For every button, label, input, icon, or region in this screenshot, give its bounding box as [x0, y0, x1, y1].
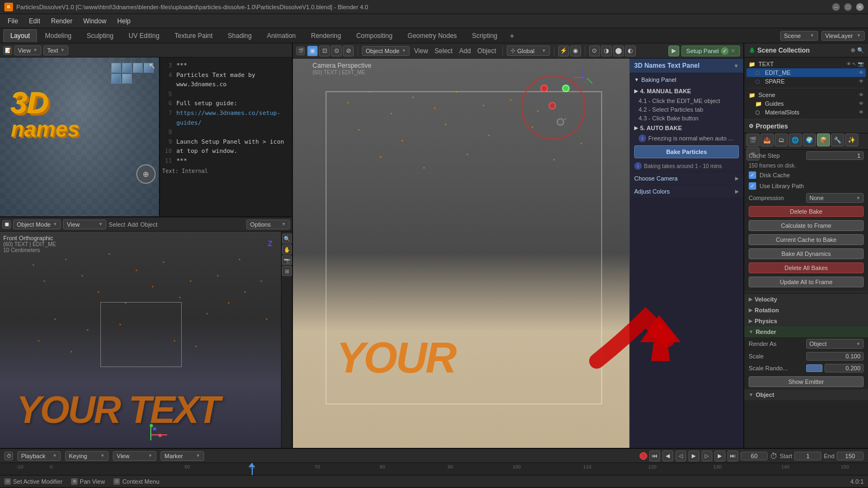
next-frame-btn[interactable]: ▶	[714, 451, 725, 461]
next-keyframe-btn[interactable]: ▷	[701, 451, 712, 461]
rotation-section-header[interactable]: ▶ Rotation	[744, 305, 868, 316]
delete-all-bakes-btn[interactable]: Delete All Bakes	[749, 262, 864, 273]
panel-collapse-icon[interactable]: ▼	[733, 63, 739, 69]
handle-gray[interactable]	[557, 118, 564, 126]
zoom-in[interactable]: 🔍	[282, 234, 292, 243]
bake-all-btn[interactable]: Bake All Dynamics	[749, 248, 864, 259]
keying-dropdown[interactable]: Keying ▼	[65, 451, 108, 461]
workspace-rendering[interactable]: Rendering	[304, 29, 348, 42]
handle-green[interactable]	[562, 85, 570, 92]
outliner-item-guides[interactable]: 📁 Guides 👁	[746, 99, 866, 108]
lower-object-btn[interactable]: Object	[140, 221, 157, 228]
lower-add-btn[interactable]: Add	[127, 221, 138, 228]
view-dropdown[interactable]: View▼	[14, 46, 41, 55]
gizmo-z-handle[interactable]	[153, 427, 156, 431]
play-btn[interactable]: ▶	[688, 451, 699, 461]
scale-value[interactable]: 0.100	[806, 352, 864, 361]
timeline-type-icon[interactable]: ⏱	[4, 452, 13, 460]
viewport-icon3[interactable]: ⊙	[331, 46, 342, 56]
viewport-navigation[interactable]: ⊕	[136, 164, 156, 184]
viewport-icon[interactable]: ▣	[307, 46, 318, 56]
manual-bake-header[interactable]: ▶ 4. MANUAL BAKE	[630, 86, 743, 97]
close-button[interactable]: ✕	[856, 3, 864, 11]
prev-frame-btn[interactable]: ◀	[662, 451, 673, 461]
viewlayer-select[interactable]: ViewLayer ▼	[821, 31, 865, 41]
workspace-sculpting[interactable]: Sculpting	[80, 29, 120, 42]
scene-props-icon[interactable]: 🌐	[789, 133, 802, 146]
viewport-cursor-icon[interactable]: ↖	[149, 61, 156, 71]
menu-help[interactable]: Help	[113, 16, 135, 26]
baking-panel-header[interactable]: ▼ Baking Panel	[630, 74, 743, 86]
gizmo-y-handle[interactable]	[150, 424, 153, 427]
scene-select[interactable]: Scene ▼	[780, 31, 818, 41]
scale-random-value[interactable]: 0.200	[825, 364, 864, 373]
current-frame-field[interactable]: 60	[741, 452, 768, 460]
pan[interactable]: ✋	[282, 245, 292, 254]
modifier-props-icon[interactable]: 🔧	[831, 133, 844, 146]
library-path-checkbox[interactable]: ✓	[749, 182, 756, 190]
skip-to-start-btn[interactable]: ⏮	[649, 451, 660, 461]
current-cache-btn[interactable]: Current Cache to Bake	[749, 234, 864, 245]
workspace-layout[interactable]: Layout	[3, 29, 37, 42]
center-vp-type-icon[interactable]: 🎬	[296, 47, 305, 55]
select-icon-text[interactable]: ↖	[852, 61, 857, 67]
workspace-geometry-nodes[interactable]: Geometry Nodes	[400, 29, 464, 42]
center-add-btn[interactable]: Add	[457, 47, 473, 55]
maximize-button[interactable]: □	[844, 3, 852, 11]
world-props-icon[interactable]: 🌍	[803, 133, 816, 146]
render-as-select[interactable]: Object ▼	[806, 339, 864, 349]
view-layer-props-icon[interactable]: 🗂	[775, 133, 788, 146]
outliner-search-icon[interactable]: 🔍	[857, 47, 864, 53]
timeline-ruler[interactable]: -10 0 50 60 70 80 90 100 110 120 130 140…	[0, 463, 868, 475]
setup-panel-tab[interactable]: Setup Panel ✓ ✕	[681, 46, 740, 56]
overlay-icon[interactable]: ⊙	[589, 46, 600, 56]
bake-particles-btn[interactable]: Bake Particles	[634, 145, 739, 158]
object-mode-select[interactable]: Object Mode ▼	[362, 46, 410, 56]
workspace-texture-paint[interactable]: Texture Paint	[168, 29, 220, 42]
viewport-icon4[interactable]: ⊘	[343, 46, 354, 56]
grid-view[interactable]: ⊞	[282, 266, 292, 276]
gizmo-x-handle[interactable]	[158, 434, 162, 437]
object-section-header[interactable]: ▼ Object	[744, 389, 868, 400]
eye-icon-guides[interactable]: 👁	[859, 101, 864, 106]
lower-mode-select[interactable]: Object Mode▼	[13, 220, 61, 229]
menu-render[interactable]: Render	[47, 16, 76, 26]
choose-camera-section[interactable]: Choose Camera ▶	[630, 172, 743, 184]
proportional-icon[interactable]: ◉	[570, 46, 581, 56]
skip-to-end-btn[interactable]: ⏭	[727, 451, 738, 461]
scale-random-color-swatch[interactable]	[806, 364, 822, 372]
center-select-btn[interactable]: Select	[432, 47, 455, 55]
workspace-compositing[interactable]: Compositing	[349, 29, 400, 42]
viewport-type-icon-lower[interactable]: 🔲	[2, 220, 11, 229]
viewport-icon2[interactable]: ⊡	[319, 46, 330, 56]
compression-select[interactable]: None ▼	[806, 193, 864, 203]
camera-view[interactable]: 📷	[282, 255, 292, 265]
render-props-icon[interactable]: 🎬	[746, 133, 760, 146]
setup-panel-icon[interactable]: ▶	[668, 46, 679, 56]
playback-dropdown[interactable]: Playback ▼	[17, 451, 61, 461]
record-btn[interactable]	[640, 452, 647, 460]
output-props-icon[interactable]: 📤	[761, 133, 774, 146]
outliner-item-scene[interactable]: 📁 Scene 👁	[746, 91, 866, 99]
outliner-item-editme[interactable]: ⬡ EDIT_ME 👁	[746, 68, 866, 77]
eye-icon-editme[interactable]: 👁	[859, 70, 864, 75]
cache-step-value[interactable]: 1	[806, 151, 864, 160]
prev-keyframe-btn[interactable]: ◁	[675, 451, 686, 461]
rendered-icon[interactable]: ◐	[625, 46, 636, 56]
delete-bake-btn[interactable]: Delete Bake	[749, 206, 864, 217]
particles-props-icon[interactable]: ✨	[845, 133, 858, 146]
preview-viewport[interactable]: 3D names ↖ ⊕	[0, 57, 160, 216]
transform-select[interactable]: ⊹Global▼	[507, 46, 550, 56]
marker-dropdown[interactable]: Marker ▼	[161, 451, 204, 461]
workspace-uv-editing[interactable]: UV Editing	[122, 29, 167, 42]
calculate-frame-btn[interactable]: Calculate to Frame	[749, 220, 864, 231]
render-section-header[interactable]: ▼ Render	[744, 326, 868, 337]
outliner-item-materialslots[interactable]: ⬡ MaterialSlots 👁	[746, 108, 866, 117]
lower-left-viewport[interactable]: Front Orthographic (60) TEXT | EDIT_ME 1…	[0, 232, 292, 448]
three-d-names-panel-header[interactable]: 3D Names Text Panel ▼	[630, 59, 743, 73]
center-viewport[interactable]: Camera Perspective (60) TEXT | EDIT_ME Z	[293, 59, 743, 448]
center-object-btn[interactable]: Object	[475, 47, 499, 55]
adjust-colors-section[interactable]: Adjust Colors ▶	[630, 185, 743, 197]
setup-panel-x[interactable]: ✕	[731, 48, 735, 54]
eye-icon-ms[interactable]: 👁	[859, 110, 864, 115]
